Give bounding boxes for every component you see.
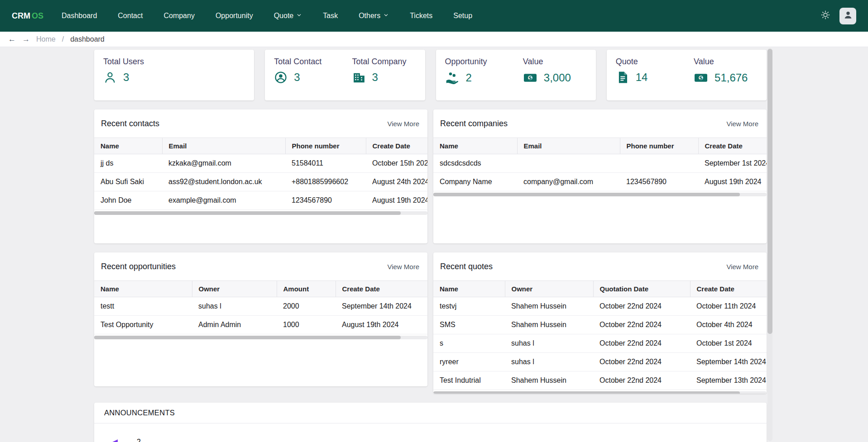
cell-name: Test Opportunity [94,316,192,334]
table-scroll-area[interactable]: Name Email Phone number Create Date jj d… [94,138,427,210]
cell-name: testvj [433,297,505,316]
cell-email: ass92@student.london.ac.uk [162,173,285,191]
forward-button[interactable]: → [22,35,30,43]
table-row[interactable]: ryreer suhas l October 22nd 2024 Septemb… [433,353,767,371]
table-row[interactable]: Company Name company@gmail.com 123456789… [433,173,767,191]
stat-card-quote-value: Quote 14 Value $ 51,676 [607,50,767,100]
horizontal-scrollbar[interactable] [94,336,427,339]
table-row[interactable]: Abu Sufi Saki ass92@student.london.ac.uk… [94,173,427,191]
cell-phone: 1234567890 [285,191,366,210]
app-logo[interactable]: CRMOS [12,11,43,21]
horizontal-scrollbar[interactable] [433,193,767,196]
nav-item-setup[interactable]: Setup [453,12,472,20]
cell-amount: 1000 [277,316,336,334]
nav-item-task[interactable]: Task [323,12,338,20]
nav-item-opportunity[interactable]: Opportunity [216,12,253,20]
horizontal-scrollbar-thumb[interactable] [94,336,401,339]
table-row[interactable]: testvj Shahem Hussein October 22nd 2024 … [433,297,767,316]
table-scroll-area[interactable]: Name Owner Amount Create Date testt suha… [94,280,427,334]
cell-quotation-date: October 22nd 2024 [593,316,690,334]
nav-item-dashboard[interactable]: Dashboard [62,12,97,20]
stat-card-opportunity-value: Opportunity 2 Value $ 3,000 [436,50,596,100]
nav-item-label: Quote [274,12,294,20]
view-more-link[interactable]: View More [387,263,419,271]
stat-metric: Value $ 3,000 [523,57,587,93]
table-row[interactable]: testt suhas l 2000 September 14th 2024 [94,297,427,316]
cell-name: John Doe [94,191,162,210]
stat-metric: Value $ 51,676 [694,57,758,93]
table-row[interactable]: sdcsdcsdcds September 1st 2024 [433,154,767,173]
nav-item-label: Dashboard [62,12,97,20]
chevron-down-icon [383,12,389,20]
cell-quotation-date: October 22nd 2024 [593,334,690,353]
vertical-scrollbar[interactable] [767,48,772,441]
stat-value: 3,000 [544,71,571,84]
company-icon [352,71,366,84]
panel-recent-companies: Recent companies View More Name Email Ph… [433,109,767,243]
theme-toggle-button[interactable] [820,10,830,22]
logo-os: OS [32,11,43,20]
quote-file-icon [616,71,629,84]
cell-phone: 1234567890 [620,173,698,191]
column-header: Name [433,281,505,297]
nav-item-tickets[interactable]: Tickets [410,12,432,20]
breadcrumb-home[interactable]: Home [36,35,56,43]
stat-label: Total Contact [274,57,352,67]
cell-name: Test Indutrial [433,371,505,390]
nav-item-label: Tickets [410,12,432,20]
column-header: Phone number [620,138,698,154]
stat-value: 51,676 [715,71,748,84]
logo-crm: CRM [12,11,30,20]
table-scroll-area[interactable]: Name Owner Quotation Date Create Date te… [433,280,767,390]
table-row[interactable]: Test Opportunity Admin Admin 1000 August… [94,316,427,334]
panel-recent-quotes: Recent quotes View More Name Owner Quota… [433,252,767,394]
table-row[interactable]: Test Indutrial Shahem Hussein October 22… [433,371,767,390]
column-header: Name [433,138,517,154]
nav-item-quote[interactable]: Quote [274,12,302,20]
breadcrumb-separator: / [62,35,64,43]
stat-metric: Total Contact 3 [274,57,352,93]
view-more-link[interactable]: View More [726,263,758,271]
column-header: Create Date [690,281,767,297]
vertical-scrollbar-thumb[interactable] [767,49,772,334]
horizontal-scrollbar-thumb[interactable] [433,391,740,394]
table-row[interactable]: s suhas l October 22nd 2024 October 1st … [433,334,767,353]
table-scroll-area[interactable]: Name Email Phone number Create Date sdcs… [433,138,767,191]
column-header: Amount [277,281,336,297]
table-row[interactable]: jj ds kzkaka@gmail.com 51584011 October … [94,154,427,173]
stat-card-total-users: Total Users 3 [94,50,254,100]
cell-email: company@gmail.com [517,173,620,191]
stat-value: 3 [294,71,300,84]
column-header: Email [517,138,620,154]
horizontal-scrollbar[interactable] [94,211,427,215]
column-header: Name [94,138,162,154]
nav-menu: Dashboard Contact Company Opportunity Qu… [62,12,472,20]
top-navbar: CRMOS Dashboard Contact Company Opportun… [0,0,868,32]
stat-value: 2 [466,71,472,84]
table-row[interactable]: SMS Shahem Hussein October 22nd 2024 Oct… [433,316,767,334]
cell-quotation-date: October 22nd 2024 [593,297,690,316]
nav-item-contact[interactable]: Contact [118,12,143,20]
horizontal-scrollbar-thumb[interactable] [433,193,740,196]
cell-create-date: August 24th 2024 [366,173,427,191]
panel-recent-contacts: Recent contacts View More Name Email Pho… [94,109,427,243]
table-row[interactable]: John Doe example@gmail.com 1234567890 Au… [94,191,427,210]
horizontal-scrollbar[interactable] [433,391,767,394]
nav-item-label: Task [323,12,338,20]
column-header: Name [94,281,192,297]
view-more-link[interactable]: View More [726,120,758,128]
cell-create-date: August 19th 2024 [698,173,767,191]
horizontal-scrollbar-thumb[interactable] [94,211,401,215]
stat-label: Value [694,57,758,67]
user-menu-button[interactable] [839,8,856,24]
panels-row-2: Recent opportunities View More Name Owne… [94,252,767,394]
cell-email: example@gmail.com [162,191,285,210]
stat-value: 3 [123,71,129,84]
cell-create-date: August 19th 2024 [366,191,427,210]
cell-create-date: September 14th 2024 [690,353,767,371]
view-more-link[interactable]: View More [387,120,419,128]
nav-item-company[interactable]: Company [163,12,194,20]
back-button[interactable]: ← [8,35,16,43]
cell-amount: 2000 [277,297,336,316]
nav-item-others[interactable]: Others [359,12,389,20]
